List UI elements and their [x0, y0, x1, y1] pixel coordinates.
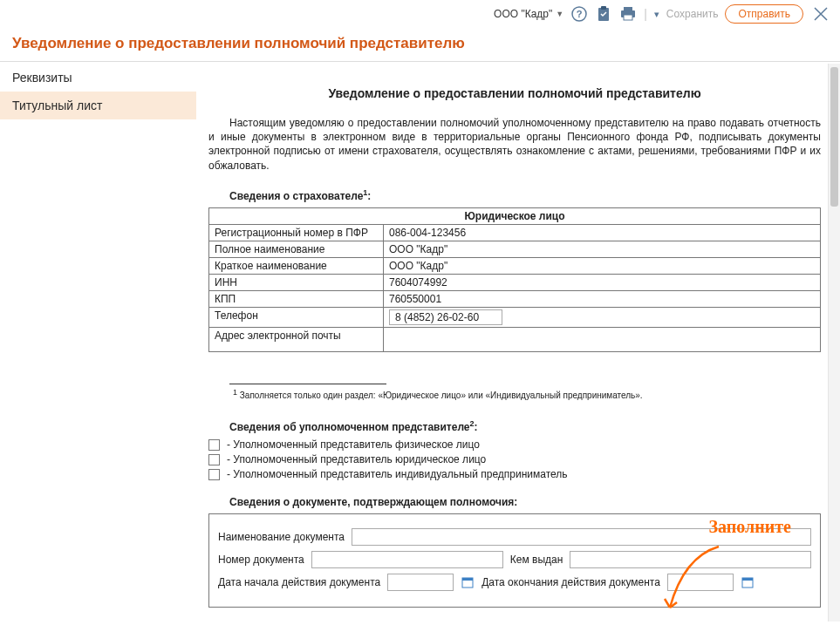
insurer-table: Юридическое лицо Регистрационный номер в…: [208, 207, 821, 352]
table-row: Краткое наименованиеООО "Кадр": [209, 257, 821, 274]
main-area: Реквизиты Титульный лист Уведомление о п…: [0, 64, 840, 622]
svg-rect-4: [624, 7, 632, 10]
document-title: Уведомление о предоставлении полномочий …: [208, 86, 821, 100]
section-insurer-heading: Сведения о страхователе1:: [229, 188, 821, 202]
doc-num-label: Номер документа: [218, 554, 304, 566]
table-row: КПП760550001: [209, 290, 821, 307]
chevron-down-icon: ▼: [556, 10, 563, 18]
table-row-phone: Телефон 8 (4852) 26-02-60: [209, 307, 821, 327]
org-name: ООО "Кадр": [494, 8, 552, 20]
checkbox-rep-legal[interactable]: [208, 454, 220, 465]
rep-option-row: - Уполномоченный представитель юридическ…: [208, 453, 821, 465]
footnote-1: 1 Заполняется только один раздел: «Юриди…: [233, 388, 821, 400]
vertical-scrollbar[interactable]: [828, 64, 840, 622]
save-button: Сохранить: [666, 8, 719, 20]
issued-by-input[interactable]: [570, 551, 811, 568]
print-icon[interactable]: [619, 5, 637, 23]
send-button[interactable]: Отправить: [725, 4, 803, 24]
checkbox-rep-individual[interactable]: [208, 439, 220, 451]
svg-text:?: ?: [577, 9, 583, 19]
scrollbar-thumb[interactable]: [830, 67, 838, 207]
form-row-docname: Наименование документа: [218, 528, 811, 546]
section-rep-heading: Сведения об уполномоченном представителе…: [229, 419, 821, 433]
table-row: Регистрационный номер в ПФР086-004-12345…: [209, 224, 821, 241]
doc-name-input[interactable]: [352, 528, 811, 546]
svg-rect-10: [742, 578, 753, 581]
clipboard-icon[interactable]: [595, 5, 612, 23]
phone-field[interactable]: 8 (4852) 26-02-60: [389, 309, 502, 325]
issued-by-label: Кем выдан: [510, 554, 563, 566]
sidebar-item-title-page[interactable]: Титульный лист: [0, 92, 196, 119]
start-date-label: Дата начала действия документа: [218, 576, 380, 588]
svg-rect-6: [624, 15, 632, 20]
calendar-icon[interactable]: [741, 575, 755, 589]
page-title: Уведомление о предоставлении полномочий …: [0, 28, 840, 61]
table-row: ИНН7604074992: [209, 274, 821, 290]
table-row-email: Адрес электронной почты: [209, 327, 821, 351]
section-docinfo-heading: Сведения о документе, подтверждающем пол…: [229, 496, 821, 508]
doc-num-input[interactable]: [311, 551, 503, 568]
end-date-label: Дата окончания действия документа: [481, 576, 660, 588]
sidebar-item-requisites[interactable]: Реквизиты: [0, 64, 196, 92]
form-row-docnum: Номер документа Кем выдан: [218, 551, 811, 568]
doc-info-box: Наименование документа Номер документа К…: [208, 513, 821, 608]
help-icon[interactable]: ?: [570, 5, 588, 23]
org-selector[interactable]: ООО "Кадр" ▼: [494, 8, 563, 20]
document-body-text: Настоящим уведомляю о предоставлении пол…: [208, 116, 821, 173]
form-row-dates: Дата начала действия документа Дата окон…: [218, 574, 811, 591]
calendar-icon[interactable]: [461, 575, 475, 589]
content-wrap: Уведомление о предоставлении полномочий …: [196, 64, 840, 622]
doc-name-label: Наименование документа: [218, 531, 345, 543]
sidebar: Реквизиты Титульный лист: [0, 64, 196, 622]
start-date-input[interactable]: [387, 574, 454, 591]
email-field[interactable]: [384, 327, 821, 351]
checkbox-rep-entrepreneur[interactable]: [208, 469, 220, 480]
rep-option-row: - Уполномоченный представитель физическо…: [208, 438, 821, 451]
rep-option-label: - Уполномоченный представитель физическо…: [227, 438, 480, 451]
rep-option-row: - Уполномоченный представитель индивидуа…: [208, 468, 821, 480]
divider: [0, 61, 840, 62]
svg-rect-3: [601, 6, 606, 10]
chevron-down-icon[interactable]: ▾: [654, 9, 659, 20]
table-row: Полное наименованиеООО "Кадр": [209, 241, 821, 257]
document-content: Уведомление о предоставлении полномочий …: [208, 64, 835, 622]
top-toolbar: ООО "Кадр" ▼ ? | ▾ Сохранить Отправить: [0, 0, 840, 28]
insurer-table-header: Юридическое лицо: [209, 207, 821, 224]
rep-option-label: - Уполномоченный представитель юридическ…: [227, 453, 486, 465]
rep-option-label: - Уполномоченный представитель индивидуа…: [227, 468, 568, 480]
footnote-rule: [229, 384, 386, 384]
svg-rect-8: [462, 578, 473, 581]
close-icon[interactable]: [810, 3, 831, 24]
toolbar-separator: |: [644, 7, 647, 21]
end-date-input[interactable]: [667, 574, 734, 591]
